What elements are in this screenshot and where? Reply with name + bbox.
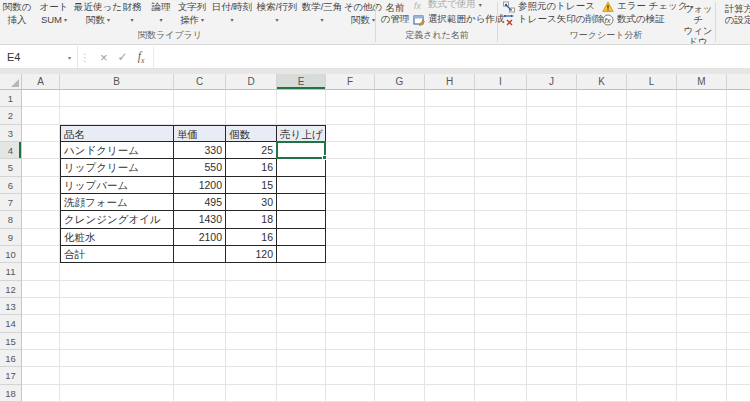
cell-I7[interactable] [475, 194, 527, 211]
cell-J3[interactable] [527, 125, 577, 142]
cell-N1[interactable] [727, 90, 750, 107]
name-box-dropdown-icon[interactable]: ▾ [68, 54, 71, 61]
financial-button[interactable]: 財務 ▾ [118, 0, 146, 27]
row-header-17[interactable]: 17 [0, 367, 22, 384]
cell-A1[interactable] [22, 90, 60, 107]
cell-G14[interactable] [375, 315, 425, 332]
column-header-H[interactable]: H [425, 74, 475, 90]
cell-J14[interactable] [527, 315, 577, 332]
cell-L12[interactable] [627, 281, 677, 298]
cell-A11[interactable] [22, 263, 60, 280]
cell-H1[interactable] [425, 90, 475, 107]
row-header-9[interactable]: 9 [0, 229, 22, 246]
cell-I8[interactable] [475, 211, 527, 228]
cell-L5[interactable] [627, 159, 677, 176]
cell-M15[interactable] [677, 333, 727, 350]
active-cell-selection[interactable] [276, 141, 326, 159]
cell-K9[interactable] [577, 229, 627, 246]
cell-C4[interactable]: 330 [174, 142, 226, 159]
cell-L1[interactable] [627, 90, 677, 107]
evaluate-formula-button[interactable]: fx 数式の検証 [602, 13, 665, 26]
cell-D4[interactable]: 25 [226, 142, 277, 159]
cell-I18[interactable] [475, 385, 527, 402]
cell-J10[interactable] [527, 246, 577, 263]
cell-J12[interactable] [527, 281, 577, 298]
cell-M2[interactable] [677, 107, 727, 124]
cell-M12[interactable] [677, 281, 727, 298]
cell-F4[interactable] [326, 142, 375, 159]
cell-C7[interactable]: 495 [174, 194, 226, 211]
column-header-D[interactable]: D [226, 74, 277, 90]
cell-I10[interactable] [475, 246, 527, 263]
cell-E18[interactable] [277, 385, 326, 402]
cell-K17[interactable] [577, 367, 627, 384]
cell-M13[interactable] [677, 298, 727, 315]
cell-H13[interactable] [425, 298, 475, 315]
cell-F7[interactable] [326, 194, 375, 211]
cell-K15[interactable] [577, 333, 627, 350]
cell-H18[interactable] [425, 385, 475, 402]
cell-H3[interactable] [425, 125, 475, 142]
cell-N18[interactable] [727, 385, 750, 402]
cell-H16[interactable] [425, 350, 475, 367]
cell-C10[interactable] [174, 246, 226, 263]
cell-I3[interactable] [475, 125, 527, 142]
column-header-M[interactable]: M [677, 74, 727, 90]
cell-F10[interactable] [326, 246, 375, 263]
cell-G9[interactable] [375, 229, 425, 246]
cell-N10[interactable] [727, 246, 750, 263]
cell-I11[interactable] [475, 263, 527, 280]
column-header-I[interactable]: I [475, 74, 527, 90]
cell-I17[interactable] [475, 367, 527, 384]
cell-C14[interactable] [174, 315, 226, 332]
cell-G13[interactable] [375, 298, 425, 315]
cell-E2[interactable] [277, 107, 326, 124]
cell-B13[interactable] [60, 298, 174, 315]
cell-H17[interactable] [425, 367, 475, 384]
cell-J17[interactable] [527, 367, 577, 384]
more-functions-button[interactable]: その他の 関数▾ [344, 0, 382, 27]
cell-B11[interactable] [60, 263, 174, 280]
cell-G16[interactable] [375, 350, 425, 367]
cell-D14[interactable] [226, 315, 277, 332]
cell-A13[interactable] [22, 298, 60, 315]
cell-M3[interactable] [677, 125, 727, 142]
column-header-G[interactable]: G [375, 74, 425, 90]
cell-C6[interactable]: 1200 [174, 177, 226, 194]
cell-L14[interactable] [627, 315, 677, 332]
cell-F11[interactable] [326, 263, 375, 280]
column-header-K[interactable]: K [577, 74, 627, 90]
cell-F12[interactable] [326, 281, 375, 298]
cell-H14[interactable] [425, 315, 475, 332]
cell-E15[interactable] [277, 333, 326, 350]
create-from-selection-button[interactable]: 選択範囲から作成 [413, 13, 504, 26]
cell-D2[interactable] [226, 107, 277, 124]
cell-A7[interactable] [22, 194, 60, 211]
cell-B8[interactable]: クレンジングオイル [60, 211, 174, 228]
cell-B7[interactable]: 洗顔フォーム [60, 194, 174, 211]
cell-E12[interactable] [277, 281, 326, 298]
cell-K10[interactable] [577, 246, 627, 263]
cell-G4[interactable] [375, 142, 425, 159]
cell-F13[interactable] [326, 298, 375, 315]
cell-D7[interactable]: 30 [226, 194, 277, 211]
row-header-12[interactable]: 12 [0, 281, 22, 298]
cell-E17[interactable] [277, 367, 326, 384]
cell-C1[interactable] [174, 90, 226, 107]
cell-G3[interactable] [375, 125, 425, 142]
cell-C17[interactable] [174, 367, 226, 384]
cell-I15[interactable] [475, 333, 527, 350]
cell-F1[interactable] [326, 90, 375, 107]
row-header-1[interactable]: 1 [0, 90, 22, 107]
cell-E9[interactable] [277, 229, 326, 246]
cell-J13[interactable] [527, 298, 577, 315]
cell-M4[interactable] [677, 142, 727, 159]
cell-N14[interactable] [727, 315, 750, 332]
row-header-13[interactable]: 13 [0, 298, 22, 315]
cell-K18[interactable] [577, 385, 627, 402]
row-header-11[interactable]: 11 [0, 263, 22, 280]
row-header-8[interactable]: 8 [0, 211, 22, 228]
cell-B6[interactable]: リップバーム [60, 177, 174, 194]
cell-A6[interactable] [22, 177, 60, 194]
cell-C11[interactable] [174, 263, 226, 280]
